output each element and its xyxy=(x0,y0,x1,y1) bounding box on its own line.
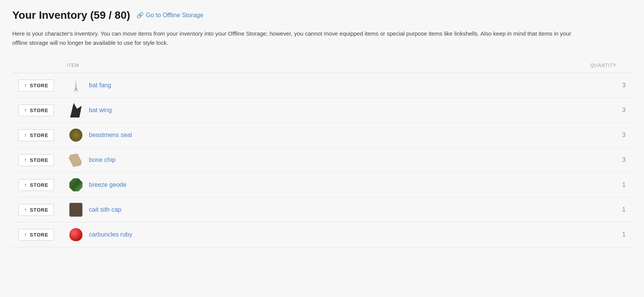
up-arrow-icon: ↑ xyxy=(24,157,27,163)
table-row: ↑STOREbat wing3 xyxy=(12,98,632,123)
item-cell-td: breeze geode xyxy=(62,173,586,197)
store-button[interactable]: ↑STORE xyxy=(18,179,54,191)
store-label: STORE xyxy=(30,108,48,113)
store-cell: ↑STORE xyxy=(12,148,62,173)
up-arrow-icon: ↑ xyxy=(24,232,27,237)
store-button[interactable]: ↑STORE xyxy=(18,80,54,91)
store-cell: ↑STORE xyxy=(12,173,62,197)
col-item-header: ITEM xyxy=(62,60,586,73)
icon-shape-cait-sith-cap xyxy=(69,203,82,217)
item-quantity: 3 xyxy=(586,98,632,123)
col-store-header xyxy=(12,60,62,73)
item-cell-td: cait sith cap xyxy=(62,197,586,222)
icon-shape-carbuncles-ruby xyxy=(69,228,82,241)
item-cell-wrapper: breeze geode xyxy=(68,177,580,193)
item-icon-carbuncles-ruby xyxy=(68,227,84,242)
inventory-table: ITEM QUANTITY ↑STOREbat fang3↑STOREbat w… xyxy=(12,60,632,247)
item-icon-breeze-geode xyxy=(68,177,84,193)
store-button[interactable]: ↑STORE xyxy=(18,204,54,216)
store-label: STORE xyxy=(30,182,48,188)
store-cell: ↑STORE xyxy=(12,222,62,247)
store-button[interactable]: ↑STORE xyxy=(18,129,54,141)
store-cell: ↑STORE xyxy=(12,123,62,148)
item-cell-wrapper: bat fang xyxy=(68,78,580,93)
up-arrow-icon: ↑ xyxy=(24,108,27,113)
item-quantity: 3 xyxy=(586,73,632,98)
icon-shape-bone-chip xyxy=(68,152,84,169)
item-cell-td: carbuncles ruby xyxy=(62,222,586,247)
table-row: ↑STOREbeastmens seal3 xyxy=(12,123,632,148)
item-name[interactable]: bat fang xyxy=(89,82,111,89)
item-cell-td: bone chip xyxy=(62,148,586,173)
icon-shape-breeze-geode xyxy=(69,178,82,191)
item-name[interactable]: bat wing xyxy=(89,107,112,114)
item-quantity: 1 xyxy=(586,222,632,247)
store-button[interactable]: ↑STORE xyxy=(18,229,54,241)
store-label: STORE xyxy=(30,83,48,88)
table-row: ↑STOREbat fang3 xyxy=(12,73,632,98)
item-icon-beastmens-seal xyxy=(68,127,84,143)
item-icon-bone-chip xyxy=(68,152,84,168)
item-name[interactable]: carbuncles ruby xyxy=(89,231,132,238)
item-cell-wrapper: bone chip xyxy=(68,152,580,168)
offline-link-label: Go to Offline Storage xyxy=(146,12,204,19)
store-cell: ↑STORE xyxy=(12,98,62,123)
icon-shape-bat-wing xyxy=(70,103,82,117)
store-cell: ↑STORE xyxy=(12,197,62,222)
up-arrow-icon: ↑ xyxy=(24,207,27,212)
store-cell: ↑STORE xyxy=(12,73,62,98)
store-button[interactable]: ↑STORE xyxy=(18,154,54,166)
table-row: ↑STOREcarbuncles ruby1 xyxy=(12,222,632,247)
store-button[interactable]: ↑STORE xyxy=(18,104,54,116)
table-row: ↑STOREbreeze geode1 xyxy=(12,173,632,197)
item-quantity: 1 xyxy=(586,173,632,197)
icon-shape-bat-fang xyxy=(71,78,81,93)
item-name[interactable]: bone chip xyxy=(89,157,115,163)
inventory-description: Here is your character's inventory. You … xyxy=(12,29,587,47)
offline-storage-link[interactable]: 🔗 Go to Offline Storage xyxy=(136,12,204,19)
item-quantity: 3 xyxy=(586,148,632,173)
item-quantity: 1 xyxy=(586,197,632,222)
store-label: STORE xyxy=(30,157,48,163)
table-header-row: ITEM QUANTITY xyxy=(12,60,632,73)
item-icon-bat-fang xyxy=(68,78,84,93)
item-cell-td: beastmens seal xyxy=(62,123,586,148)
up-arrow-icon: ↑ xyxy=(24,132,27,138)
page-header: Your Inventory (59 / 80) 🔗 Go to Offline… xyxy=(12,9,632,21)
icon-shape-beastmens-seal xyxy=(69,129,82,142)
item-icon-cait-sith-cap xyxy=(68,202,84,217)
item-name[interactable]: cait sith cap xyxy=(89,206,121,213)
item-cell-wrapper: cait sith cap xyxy=(68,202,580,217)
link-icon: 🔗 xyxy=(136,12,144,19)
table-row: ↑STOREbone chip3 xyxy=(12,148,632,173)
table-row: ↑STOREcait sith cap1 xyxy=(12,197,632,222)
up-arrow-icon: ↑ xyxy=(24,182,27,188)
item-name[interactable]: beastmens seal xyxy=(89,132,132,139)
item-quantity: 3 xyxy=(586,123,632,148)
item-icon-bat-wing xyxy=(68,103,84,118)
item-cell-td: bat wing xyxy=(62,98,586,123)
store-label: STORE xyxy=(30,207,48,213)
col-quantity-header: QUANTITY xyxy=(586,60,632,73)
store-label: STORE xyxy=(30,132,48,138)
store-label: STORE xyxy=(30,232,48,238)
up-arrow-icon: ↑ xyxy=(24,83,27,88)
item-cell-wrapper: bat wing xyxy=(68,103,580,118)
item-name[interactable]: breeze geode xyxy=(89,181,127,188)
item-cell-wrapper: carbuncles ruby xyxy=(68,227,580,242)
item-cell-wrapper: beastmens seal xyxy=(68,127,580,143)
page-title: Your Inventory (59 / 80) xyxy=(12,9,130,21)
item-cell-td: bat fang xyxy=(62,73,586,98)
